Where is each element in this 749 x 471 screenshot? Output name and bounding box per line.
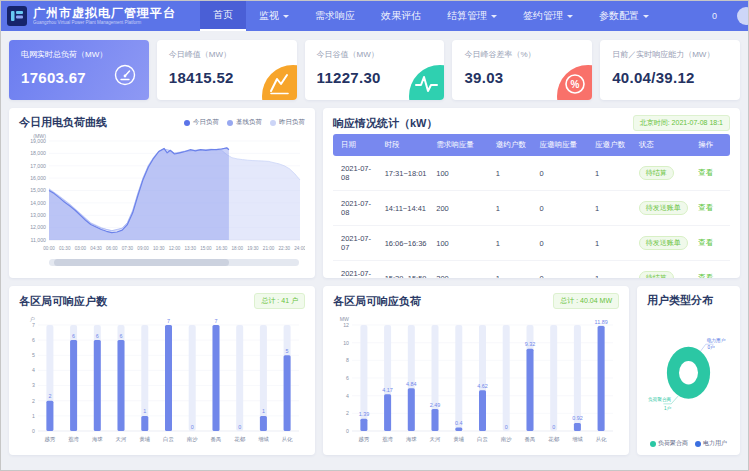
table-col-0: 日期 — [333, 134, 381, 156]
district-users-title: 各区局可响应户数 — [19, 294, 107, 309]
response-stats-panel: 响应情况统计（kW） 北京时间: 2021-07-08 18:1 日期时段需求响… — [323, 108, 740, 278]
table-cell: 查看 — [694, 226, 730, 261]
user-type-legend-item-0[interactable]: 负荷聚合商 — [650, 439, 688, 448]
svg-text:10:30: 10:30 — [153, 246, 165, 251]
svg-text:03:00: 03:00 — [75, 246, 87, 251]
legend-label: 基线负荷 — [236, 118, 262, 127]
table-col-2: 需求响应量 — [432, 134, 492, 156]
user-type-panel: 用户类型分布 电力用户0户负荷聚合商1户 负荷聚合商电力用户 — [637, 286, 740, 455]
legend-dot — [227, 120, 233, 126]
svg-text:21:00: 21:00 — [263, 246, 275, 251]
app-title: 广州市虚拟电厂管理平台 — [33, 7, 176, 20]
nav-item-6[interactable]: 参数配置 — [586, 1, 662, 31]
svg-text:越秀: 越秀 — [45, 436, 56, 443]
table-cell: 待结算 — [635, 156, 695, 191]
svg-text:1.39: 1.39 — [359, 411, 370, 417]
svg-text:户: 户 — [30, 316, 35, 322]
response-stats-title: 响应情况统计（kW） — [333, 116, 438, 131]
svg-text:11,000: 11,000 — [31, 237, 47, 243]
load-curve-panel: 今日用电负荷曲线 今日负荷基线负荷昨日负荷 11,00012,00013,000… — [9, 108, 315, 278]
svg-text:6: 6 — [72, 333, 75, 339]
view-link[interactable]: 查看 — [698, 238, 713, 247]
svg-text:18:00: 18:00 — [232, 246, 244, 251]
svg-text:番禺: 番禺 — [211, 436, 222, 443]
district-users-total-badge: 总计 : 41 户 — [254, 293, 305, 309]
table-cell: 200 — [432, 191, 492, 226]
svg-text:负荷聚合商: 负荷聚合商 — [648, 397, 672, 403]
table-cell: 0 — [535, 191, 591, 226]
view-link[interactable]: 查看 — [698, 203, 713, 212]
svg-text:4.62: 4.62 — [477, 383, 488, 389]
legend-label: 今日负荷 — [193, 118, 219, 127]
table-cell: 100 — [432, 156, 492, 191]
beijing-time-badge: 北京时间: 2021-07-08 18:1 — [633, 115, 730, 131]
svg-text:8: 8 — [346, 357, 349, 363]
district-load-title: 各区局可响应负荷 — [333, 294, 421, 309]
table-cell: 0 — [535, 226, 591, 261]
avatar[interactable] — [737, 7, 749, 25]
chart-zoom-fill[interactable] — [54, 259, 229, 266]
svg-text:12:00: 12:00 — [169, 246, 181, 251]
svg-text:0: 0 — [238, 424, 241, 430]
table-cell: 2021-07-01 — [333, 261, 381, 279]
legend-item-1[interactable]: 基线负荷 — [227, 118, 262, 127]
table-cell: 0 — [535, 156, 591, 191]
kpi-card-3: 今日峰谷差率（%）39.03% — [452, 40, 592, 100]
table-cell: 100 — [432, 226, 492, 261]
svg-text:6: 6 — [120, 333, 123, 339]
table-cell: 待发送账单 — [635, 191, 695, 226]
svg-text:电力用户: 电力用户 — [707, 338, 726, 344]
svg-text:13:30: 13:30 — [184, 246, 196, 251]
svg-text:17,000: 17,000 — [30, 163, 46, 169]
chevron-down-icon — [567, 15, 573, 21]
svg-text:花都: 花都 — [234, 436, 245, 443]
nav-item-1[interactable]: 监视 — [246, 1, 302, 31]
user-type-legend-item-1[interactable]: 电力用户 — [695, 439, 727, 448]
svg-text:3: 3 — [32, 382, 35, 388]
nav-item-label: 需求响应 — [315, 9, 355, 23]
table-cell: 15:29~15:59 — [381, 261, 433, 279]
legend-dot — [695, 441, 701, 447]
legend-label: 电力用户 — [703, 439, 727, 448]
table-cell: 17:31~18:01 — [381, 156, 433, 191]
nav-item-5[interactable]: 签约管理 — [510, 1, 586, 31]
brand: 广州市虚拟电厂管理平台 Guangzhou Virtual Power Plan… — [1, 1, 186, 31]
svg-text:7: 7 — [215, 318, 218, 324]
svg-text:0: 0 — [32, 428, 35, 434]
table-cell: 1 — [591, 226, 635, 261]
chevron-down-icon — [491, 15, 497, 21]
kpi-row: 电网实时总负荷（MW）17603.67今日峰值（MW）18415.52今日谷值（… — [9, 40, 740, 100]
nav-item-2[interactable]: 需求响应 — [302, 1, 368, 31]
svg-text:15:00: 15:00 — [200, 246, 212, 251]
view-link[interactable]: 查看 — [698, 168, 713, 177]
view-link[interactable]: 查看 — [698, 273, 713, 278]
nav-item-3[interactable]: 效果评估 — [368, 1, 434, 31]
table-row: 2021-07-0814:11~14:41200101待发送账单查看 — [333, 191, 730, 226]
kpi-card-2: 今日谷值（MW）11227.30 — [305, 40, 445, 100]
load-curve-legend: 今日负荷基线负荷昨日负荷 — [184, 118, 305, 127]
table-cell: 2021-07-08 — [333, 191, 381, 226]
svg-text:7: 7 — [167, 318, 170, 324]
nav-item-4[interactable]: 结算管理 — [434, 1, 510, 31]
svg-text:00:00: 00:00 — [43, 246, 55, 251]
response-table: 日期时段需求响应量邀约户数应邀响应量应邀户数状态操作 2021-07-0817:… — [333, 134, 730, 278]
legend-item-0[interactable]: 今日负荷 — [184, 118, 219, 127]
nav-item-0[interactable]: 首页 — [200, 1, 246, 31]
svg-text:16:30: 16:30 — [216, 246, 228, 251]
table-col-3: 邀约户数 — [492, 134, 536, 156]
peak-curve-icon — [253, 56, 297, 100]
chevron-down-icon — [643, 15, 649, 21]
svg-text:12,000: 12,000 — [30, 224, 46, 230]
table-cell: 查看 — [694, 191, 730, 226]
nav-item-label: 结算管理 — [447, 9, 487, 23]
svg-text:11.89: 11.89 — [595, 319, 608, 325]
svg-text:南沙: 南沙 — [187, 436, 198, 443]
legend-item-2[interactable]: 昨日负荷 — [270, 118, 305, 127]
notification-count[interactable]: 0 — [712, 11, 717, 21]
main-nav: 首页监视需求响应效果评估结算管理签约管理参数配置 — [200, 1, 662, 31]
svg-text:增城: 增城 — [258, 436, 269, 442]
table-cell: 0 — [535, 261, 591, 279]
chart-zoom-slider[interactable] — [49, 259, 299, 266]
svg-text:黄埔: 黄埔 — [453, 436, 464, 442]
svg-text:%: % — [571, 79, 580, 90]
